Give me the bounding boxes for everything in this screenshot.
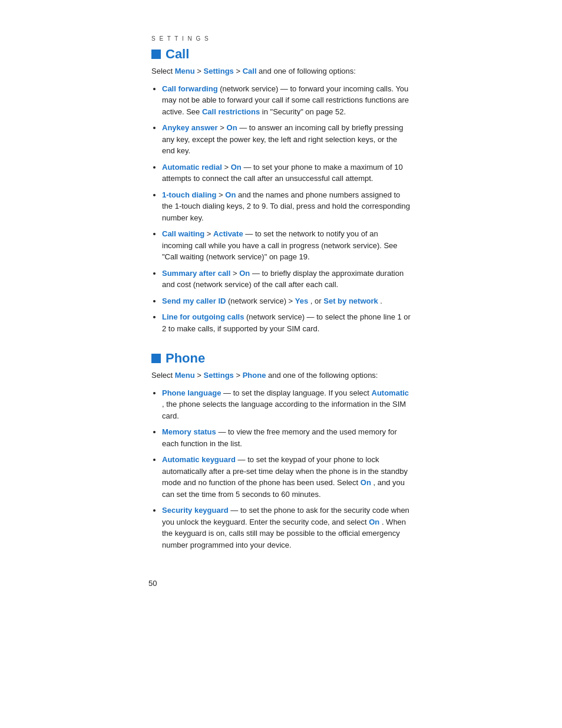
phone-settings-link[interactable]: Settings: [204, 371, 234, 380]
security-keyguard-on-link[interactable]: On: [369, 518, 379, 526]
set-by-network-link[interactable]: Set by network: [323, 297, 378, 305]
phone-items-list: Phone language — to set the display lang…: [162, 387, 411, 551]
list-item: Security keyguard — to set the phone to …: [162, 505, 411, 551]
list-item: Memory status — to view the free memory …: [162, 426, 411, 449]
memory-status-link[interactable]: Memory status: [162, 427, 216, 436]
page: S e t t i n g s Call Select Menu > Setti…: [0, 0, 562, 728]
content-area: S e t t i n g s Call Select Menu > Setti…: [151, 35, 411, 555]
page-number: 50: [148, 579, 157, 588]
call-call-link[interactable]: Call: [243, 67, 257, 75]
list-item: Phone language — to set the display lang…: [162, 387, 411, 422]
send-caller-id-link[interactable]: Send my caller ID: [162, 297, 226, 305]
settings-label: S e t t i n g s: [151, 35, 411, 42]
call-forwarding-link[interactable]: Call forwarding: [162, 84, 218, 93]
call-section-icon: [151, 50, 161, 59]
phone-select-line: Select Menu > Settings > Phone and one o…: [151, 370, 411, 381]
send-caller-yes-link[interactable]: Yes: [295, 297, 308, 305]
call-forwarding-text2: in "Security" on page 52.: [262, 107, 346, 116]
call-waiting-link[interactable]: Call waiting: [162, 229, 204, 238]
phone-menu-link[interactable]: Menu: [175, 371, 195, 380]
list-item: 1-touch dialing > On and the names and p…: [162, 189, 411, 224]
automatic-link[interactable]: Automatic: [372, 388, 409, 397]
send-caller-period: .: [380, 297, 382, 305]
one-touch-arrow: >: [219, 190, 225, 199]
auto-keyguard-link[interactable]: Automatic keyguard: [162, 455, 236, 464]
one-touch-link[interactable]: 1-touch dialing: [162, 190, 216, 199]
line-outgoing-link[interactable]: Line for outgoing calls: [162, 312, 244, 321]
phone-language-text2: , the phone selects the language accordi…: [162, 400, 406, 420]
call-select-line: Select Menu > Settings > Call and one of…: [151, 65, 411, 77]
phone-language-text: — to set the display language. If you se…: [223, 388, 371, 397]
list-item: Summary after call > On — to briefly dis…: [162, 268, 411, 291]
call-settings-link[interactable]: Settings: [204, 67, 234, 75]
list-item: Call waiting > Activate — to set the net…: [162, 228, 411, 263]
call-section-title: Call: [166, 47, 189, 62]
anykey-arrow: >: [220, 123, 226, 132]
summary-arrow: >: [233, 269, 239, 278]
auto-keyguard-on-link[interactable]: On: [361, 478, 371, 487]
security-keyguard-link[interactable]: Security keyguard: [162, 506, 229, 515]
list-item: Line for outgoing calls (network service…: [162, 311, 411, 334]
phone-language-link[interactable]: Phone language: [162, 388, 221, 397]
call-menu-link[interactable]: Menu: [175, 67, 195, 75]
send-caller-or: , or: [310, 297, 323, 305]
summary-on-link[interactable]: On: [239, 269, 250, 278]
list-item: Automatic keyguard — to set the keypad o…: [162, 454, 411, 500]
call-restrictions-link[interactable]: Call restrictions: [202, 107, 260, 116]
summary-after-call-link[interactable]: Summary after call: [162, 269, 230, 278]
call-waiting-arrow: >: [207, 229, 213, 238]
call-section-header: Call: [151, 47, 411, 62]
list-item: Automatic redial > On — to set your phon…: [162, 162, 411, 185]
call-waiting-activate-link[interactable]: Activate: [213, 229, 243, 238]
call-items-list: Call forwarding (network service) — to f…: [162, 83, 411, 335]
list-item: Send my caller ID (network service) > Ye…: [162, 295, 411, 307]
list-item: Anykey answer > On — to answer an incomi…: [162, 122, 411, 157]
phone-section-header: Phone: [151, 351, 411, 366]
phone-phone-link[interactable]: Phone: [243, 371, 266, 380]
phone-section-icon: [151, 354, 161, 363]
auto-redial-link[interactable]: Automatic redial: [162, 163, 222, 172]
one-touch-on-link[interactable]: On: [225, 190, 236, 199]
anykey-answer-link[interactable]: Anykey answer: [162, 123, 218, 132]
anykey-on-link[interactable]: On: [227, 123, 237, 132]
auto-redial-arrow: >: [224, 163, 230, 172]
send-caller-text: (network service) >: [228, 297, 295, 305]
phone-section-title: Phone: [166, 351, 205, 366]
list-item: Call forwarding (network service) — to f…: [162, 83, 411, 118]
auto-redial-on-link[interactable]: On: [231, 163, 242, 172]
